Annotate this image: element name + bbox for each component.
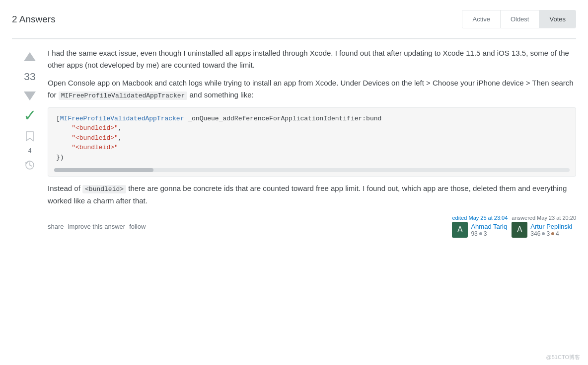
tab-active[interactable]: Active bbox=[462, 10, 500, 28]
downvote-button[interactable] bbox=[21, 86, 39, 103]
tab-votes[interactable]: Votes bbox=[539, 10, 576, 28]
tab-oldest[interactable]: Oldest bbox=[501, 10, 540, 28]
answerer-bronze-dot bbox=[551, 232, 554, 235]
answerer-meta: answered May 23 at 20:20 A Artur Peplins… bbox=[512, 215, 576, 238]
answerer-rep: 346 3 4 bbox=[530, 230, 572, 237]
improve-link[interactable]: improve this answer bbox=[68, 223, 126, 230]
paragraph2-after: and something like: bbox=[190, 91, 254, 99]
follow-link[interactable]: follow bbox=[129, 223, 146, 230]
code-block: [MIFreeProfileValidatedAppTracker _onQue… bbox=[48, 108, 576, 169]
editor-card: edited May 25 at 23:04 A Ahmad Tariq 93 bbox=[452, 215, 508, 238]
editor-avatar: A bbox=[452, 222, 468, 238]
upvote-button[interactable] bbox=[21, 49, 39, 67]
answer-paragraph-1: I had the same exact issue, even though … bbox=[48, 47, 576, 71]
share-link[interactable]: share bbox=[48, 223, 64, 230]
editor-action: edited May 25 at 23:04 bbox=[452, 215, 508, 221]
vote-count: 33 bbox=[24, 71, 35, 82]
vote-column: 33 ✓ 4 bbox=[12, 47, 48, 238]
answerer-info: A Artur Peplinski 346 3 4 bbox=[512, 222, 576, 238]
editor-name[interactable]: Ahmad Tariq bbox=[471, 223, 507, 230]
inline-code-2: <bundleid> bbox=[82, 185, 126, 193]
editor-details: Ahmad Tariq 93 3 bbox=[471, 223, 507, 237]
bookmark-button[interactable] bbox=[21, 127, 39, 145]
answer-paragraph-2: Open Console app on Macbook and catch lo… bbox=[48, 77, 576, 101]
history-button[interactable] bbox=[21, 156, 39, 174]
answerer-action: answered May 23 at 20:20 bbox=[512, 215, 576, 221]
answer-actions: share improve this answer follow edited … bbox=[48, 215, 576, 238]
scrollbar-track[interactable] bbox=[54, 168, 570, 172]
answers-title: 2 Answers bbox=[12, 14, 56, 25]
user-cards: edited May 25 at 23:04 A Ahmad Tariq 93 bbox=[452, 215, 576, 238]
answerer-name[interactable]: Artur Peplinski bbox=[530, 223, 572, 230]
answerer-silver-dot bbox=[542, 232, 545, 235]
answerer-card: answered May 23 at 20:20 A Artur Peplins… bbox=[512, 215, 576, 238]
paragraph3-before: Instead of bbox=[48, 184, 80, 192]
editor-action-link[interactable]: edited May 25 at 23:04 bbox=[452, 215, 508, 221]
editor-silver-dot bbox=[479, 232, 482, 235]
scrollbar-thumb[interactable] bbox=[54, 168, 153, 172]
sort-tabs: Active Oldest Votes bbox=[462, 10, 576, 28]
accepted-checkmark: ✓ bbox=[23, 107, 37, 123]
code-block-wrapper: [MIFreeProfileValidatedAppTracker _onQue… bbox=[48, 107, 576, 177]
editor-rep: 93 3 bbox=[471, 230, 507, 237]
answerer-details: Artur Peplinski 346 3 4 bbox=[530, 223, 572, 237]
bookmark-count: 4 bbox=[28, 147, 32, 154]
answers-header: 2 Answers Active Oldest Votes bbox=[12, 10, 576, 28]
answerer-avatar: A bbox=[512, 222, 527, 238]
watermark: @51CTO博客 bbox=[546, 354, 580, 361]
inline-code-1: MIFreeProfileValidatedAppTracker bbox=[59, 91, 188, 100]
answer-paragraph-3: Instead of <bundleid> there are gonna be… bbox=[48, 182, 576, 207]
editor-meta: edited May 25 at 23:04 A Ahmad Tariq 93 bbox=[452, 215, 508, 238]
answer: 33 ✓ 4 bbox=[12, 39, 576, 246]
answer-body: I had the same exact issue, even though … bbox=[48, 47, 576, 238]
editor-info: A Ahmad Tariq 93 3 bbox=[452, 222, 508, 238]
